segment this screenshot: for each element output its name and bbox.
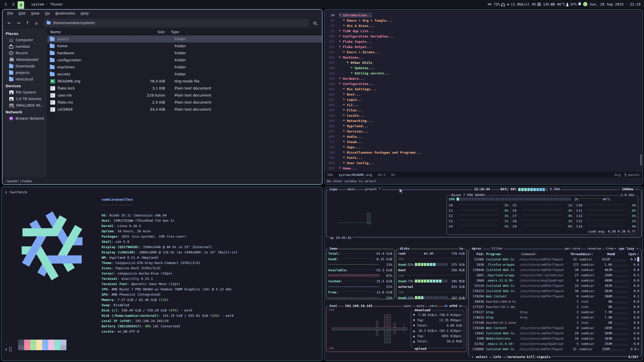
sidebar-item-browse-network[interactable]: Browse Network <box>3 115 47 122</box>
org-heading-line[interactable]: 65* Emacs + Org + Tangle... <box>325 18 642 23</box>
interval-decrease[interactable]: - <box>618 187 620 191</box>
org-heading-line[interactable]: 484* CLI... <box>325 102 642 108</box>
file-row-readme-org[interactable]: README.org76,4 KiBOrg-mode file <box>47 78 322 85</box>
file-row-flake-lock[interactable]: flake.lock3,1 KiBPlain text document <box>47 85 322 92</box>
file-row-license[interactable]: LICENSE34,3 KiBPlain text document <box>47 106 322 113</box>
org-heading-line[interactable]: 316* Hardware... <box>325 76 642 81</box>
home-button[interactable]: ⌂ <box>33 19 40 27</box>
proc-header-memb[interactable]: MemB <box>602 252 615 256</box>
org-heading-line[interactable]: 93* TLDR App List... <box>325 28 642 34</box>
proc-percore-toggle[interactable]: per-core <box>564 247 581 250</box>
proc-row-2601[interactable]: 2601.Hyprland-wrapp/run/current-system/s… <box>469 273 641 278</box>
emacs-scrollbar[interactable] <box>640 154 642 165</box>
column-header-size[interactable]: Size <box>136 29 168 35</box>
sidebar-item-computer[interactable]: Computer <box>3 37 47 43</box>
org-heading-line[interactable]: 698* Audio... <box>325 134 642 139</box>
org-heading-line[interactable]: 344* Configuration... <box>325 81 642 86</box>
proc-header-user[interactable]: User: <box>581 252 602 256</box>
file-row-flake-nix[interactable]: flake.nix2,5 KiBPlain text document <box>47 99 322 106</box>
legend-action-select[interactable]: select <box>476 355 488 359</box>
org-heading-line[interactable]: 563* Networking... <box>325 118 642 123</box>
proc-row-52368[interactable]: 52368Isolated Web Co/nix/store/sm8fmrf3w… <box>469 257 641 262</box>
proc-header-program[interactable]: Program: <box>486 252 521 256</box>
proc-filter-button[interactable]: filter <box>490 247 504 250</box>
file-row-home[interactable]: homeFolder <box>47 42 322 50</box>
org-heading-line[interactable]: 461* Login... <box>325 97 642 102</box>
io-mode-toggle[interactable]: io <box>459 247 463 250</box>
proc-row-175749[interactable]: 175749kworker/6:2-even1root0B0.0 <box>469 320 641 325</box>
workspace-button-1[interactable]: 1 <box>3 1 9 7</box>
sidebar-item-wastebasket[interactable]: Wastebasket <box>3 56 47 63</box>
proc-header-command[interactable]: Command: <box>521 252 570 256</box>
file-row-configuration[interactable]: configurationFolder <box>47 57 322 64</box>
proc-row-52134[interactable]: 52134Isolated Web Co/nix/store/sm8fmrf3w… <box>469 283 641 288</box>
proc-row-178248[interactable]: 178248Web Content/nix/store/sm8fmrf3wps4… <box>469 325 641 331</box>
menu-view[interactable]: View <box>29 11 42 16</box>
back-button[interactable]: ← <box>6 19 13 27</box>
sidebar-item-downloads[interactable]: Downloads <box>3 63 47 69</box>
menu-go[interactable]: Go <box>43 11 52 16</box>
preset-button[interactable]: preset * <box>364 187 382 191</box>
proc-table-header[interactable]: Pid:Program:Command:Threads:User:MemBCpu… <box>469 251 641 257</box>
org-heading-line[interactable]: 799* Fonts... <box>325 155 642 160</box>
menu-file[interactable]: File <box>5 11 15 16</box>
menu-bookmarks[interactable]: Bookmarks <box>53 11 77 16</box>
proc-sort-selector[interactable]: ← cpu lazy → <box>614 247 639 250</box>
menu-edit[interactable]: Edit <box>16 11 28 16</box>
sidebar-item-nambiar[interactable]: nambiar <box>3 43 47 50</box>
org-heading-line[interactable]: 304* Updates... <box>325 65 642 71</box>
org-heading-line[interactable]: 584* Hyprland... <box>325 123 642 129</box>
interval-increase[interactable]: + <box>636 187 638 191</box>
org-heading-line[interactable]: 121* Flake Inputs... <box>325 39 642 44</box>
org-heading-line[interactable]: 282* Machines... <box>325 55 642 60</box>
proc-row-176000[interactable]: 176000Isolated Web Co/nix/store/sm8fmrf3… <box>469 346 641 352</box>
org-heading-line[interactable]: 825* Home... <box>325 166 642 171</box>
proc-row-51762[interactable]: 51762.emacs-31.0.50-/nix/store/wnqz5pa8r… <box>469 341 641 346</box>
org-heading-line[interactable]: 267* Envrc + Direnv... <box>325 50 642 55</box>
org-heading-line[interactable]: 71* Nix & Nixos... <box>325 23 642 28</box>
org-heading-line[interactable]: 717* Steam... <box>325 139 642 145</box>
forward-button[interactable]: → <box>15 19 22 27</box>
org-heading-line[interactable]: 303* Other Utils <box>325 60 642 65</box>
sidebar-item-nextcloud[interactable]: nextcloud <box>3 76 47 82</box>
sidebar-item-projects[interactable]: projects <box>3 69 47 76</box>
sidebar-item-recent[interactable]: Recent <box>3 50 47 56</box>
proc-row-178616[interactable]: 178616btopbtop2nambiar7.4M0.0 <box>469 315 641 320</box>
proc-row-2660[interactable]: 2660.emacs-31.0.50-/nix/store/wnqz5pa8ra… <box>469 278 641 283</box>
proc-row-38936[interactable]: 38936kworker/u64:6-kc1root0B0.0 <box>469 299 641 304</box>
file-row-machines[interactable]: machinesFolder <box>47 64 322 71</box>
proc-row-13642[interactable]: 13642Isolated Web Co/nix/store/sm8fmrf3w… <box>469 331 641 336</box>
org-heading-line[interactable]: 34* Introduction... <box>325 13 642 18</box>
proc-reverse-toggle[interactable]: reverse <box>586 247 602 250</box>
up-button[interactable]: ↑ <box>24 19 31 27</box>
proc-header-threads[interactable]: Threads: <box>570 252 581 256</box>
legend-action-signals[interactable]: signals <box>537 355 550 359</box>
proc-header-pid[interactable]: Pid: <box>471 252 486 256</box>
sidebar-item-file-system[interactable]: File System <box>3 89 47 96</box>
org-heading-line[interactable]: 736* Sops... <box>325 145 642 150</box>
menu-help[interactable]: Help <box>78 11 91 16</box>
org-buffer[interactable]: 34* Introduction...65* Emacs + Org + Tan… <box>325 10 642 172</box>
proc-tree-toggle[interactable]: tree <box>605 247 615 250</box>
legend-action-terminate[interactable]: terminate <box>507 355 525 359</box>
proc-row-176223[interactable]: 176223Isolated Web Co/nix/store/sm8fmrf3… <box>469 288 641 294</box>
org-heading-line[interactable]: 384* Nix Settings... <box>325 86 642 92</box>
file-row-user-nix[interactable]: user.nix229 bytesPlain text document <box>47 92 322 99</box>
org-heading-line[interactable]: 764* Miscellaneous Packages and Programs… <box>325 150 642 155</box>
org-heading-line[interactable]: 534* Locale... <box>325 113 642 118</box>
proc-row-178294[interactable]: 178294Web Content/nix/store/sm8fmrf3wps4… <box>469 294 641 299</box>
file-row-secrets[interactable]: secretsFolder <box>47 71 322 78</box>
org-heading-line[interactable]: 310* Editing secrets... <box>325 71 642 76</box>
org-heading-line[interactable]: 162* Flake Output... <box>325 44 642 50</box>
search-button[interactable] <box>310 19 319 27</box>
org-heading-line[interactable]: 428* Boot... <box>325 92 642 97</box>
proc-row-176646[interactable]: 176646Isolated Web Co/nix/store/sm8fmrf3… <box>469 267 641 273</box>
menu-button[interactable]: menu <box>346 187 356 191</box>
proc-header-cpu[interactable]: Cpu% <box>615 252 636 256</box>
org-heading-line[interactable]: 671* Services... <box>325 129 642 134</box>
path-bar[interactable]: /home/nambiar/system/ <box>44 19 309 27</box>
legend-action-info[interactable]: info <box>493 355 501 359</box>
sidebar-item-smallbox-wi-[interactable]: SMALLBOX Wi... <box>3 102 47 109</box>
file-row-assets[interactable]: assetsFolder <box>47 35 322 42</box>
org-heading-line[interactable]: 109* Configuration Variables... <box>325 34 642 39</box>
